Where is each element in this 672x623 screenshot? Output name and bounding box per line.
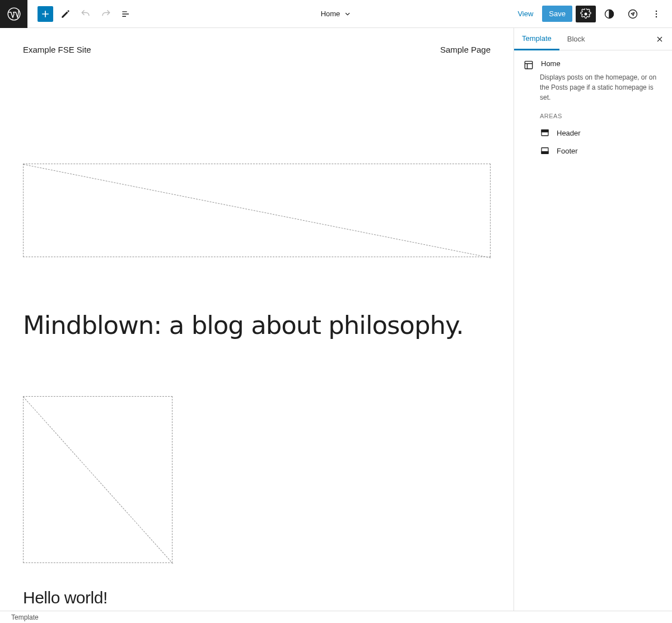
wordpress-logo-button[interactable]: [0, 0, 27, 28]
svg-point-2: [629, 10, 637, 18]
area-item-header[interactable]: Header: [523, 124, 663, 142]
editor-topbar: Home View Save: [0, 0, 672, 28]
ellipsis-vertical-icon: [651, 8, 662, 20]
post-thumbnail-placeholder[interactable]: [23, 396, 172, 563]
contrast-icon: [604, 8, 615, 20]
block-inserter-button[interactable]: [38, 6, 53, 22]
svg-rect-8: [542, 130, 548, 132]
editor-main: Example FSE Site Sample Page Mindblown: …: [0, 28, 672, 611]
tab-template[interactable]: Template: [514, 28, 559, 50]
list-view-icon: [120, 8, 132, 20]
svg-point-5: [656, 16, 657, 17]
undo-button[interactable]: [78, 6, 94, 22]
svg-rect-10: [542, 152, 548, 154]
footer-icon: [540, 146, 550, 156]
wordpress-icon: [7, 7, 21, 21]
document-title-label: Home: [321, 10, 340, 18]
toolbar-right-group: View Save: [512, 6, 672, 22]
breadcrumb-item[interactable]: Template: [11, 613, 39, 621]
close-icon: [655, 35, 664, 44]
site-header-block[interactable]: Example FSE Site Sample Page: [23, 45, 491, 54]
template-name: Home: [541, 59, 561, 68]
view-button[interactable]: View: [512, 6, 539, 21]
page-heading[interactable]: Mindblown: a blog about philosophy.: [23, 310, 491, 340]
settings-button[interactable]: [576, 6, 596, 22]
document-title-dropdown[interactable]: Home: [321, 10, 352, 18]
areas-heading: AREAS: [540, 113, 663, 119]
site-title[interactable]: Example FSE Site: [23, 45, 91, 54]
nav-link-sample-page[interactable]: Sample Page: [440, 45, 491, 54]
svg-rect-6: [525, 61, 532, 68]
options-button[interactable]: [646, 6, 666, 22]
navigation-button[interactable]: [623, 6, 643, 22]
settings-sidebar: Template Block Home Displays posts on th…: [514, 28, 672, 611]
undo-icon: [80, 8, 91, 20]
styles-button[interactable]: [599, 6, 619, 22]
editor-canvas[interactable]: Example FSE Site Sample Page Mindblown: …: [0, 28, 514, 611]
plus-icon: [40, 8, 51, 20]
compass-icon: [627, 8, 638, 20]
list-view-button[interactable]: [118, 6, 134, 22]
template-panel: Home Displays posts on the homepage, or …: [514, 50, 672, 169]
block-breadcrumb[interactable]: Template: [0, 611, 672, 623]
featured-image-placeholder[interactable]: [23, 164, 491, 257]
area-label: Footer: [557, 147, 578, 155]
chevron-down-icon: [343, 10, 351, 18]
area-label: Header: [557, 129, 581, 137]
layout-icon: [523, 59, 534, 71]
tab-block[interactable]: Block: [559, 28, 593, 50]
save-button[interactable]: Save: [542, 6, 572, 22]
toolbar-left-group: [27, 6, 134, 22]
sidebar-tabs: Template Block: [514, 28, 672, 50]
gear-icon: [580, 8, 591, 20]
header-icon: [540, 128, 550, 138]
tools-button[interactable]: [58, 6, 73, 22]
svg-point-3: [656, 10, 657, 12]
redo-button[interactable]: [98, 6, 114, 22]
pencil-icon: [60, 8, 71, 20]
post-title[interactable]: Hello world!: [23, 588, 491, 607]
template-description: Displays posts on the homepage, or on th…: [540, 72, 663, 103]
svg-point-4: [656, 13, 657, 15]
close-sidebar-button[interactable]: [653, 32, 666, 46]
redo-icon: [100, 8, 111, 20]
area-item-footer[interactable]: Footer: [523, 142, 663, 160]
